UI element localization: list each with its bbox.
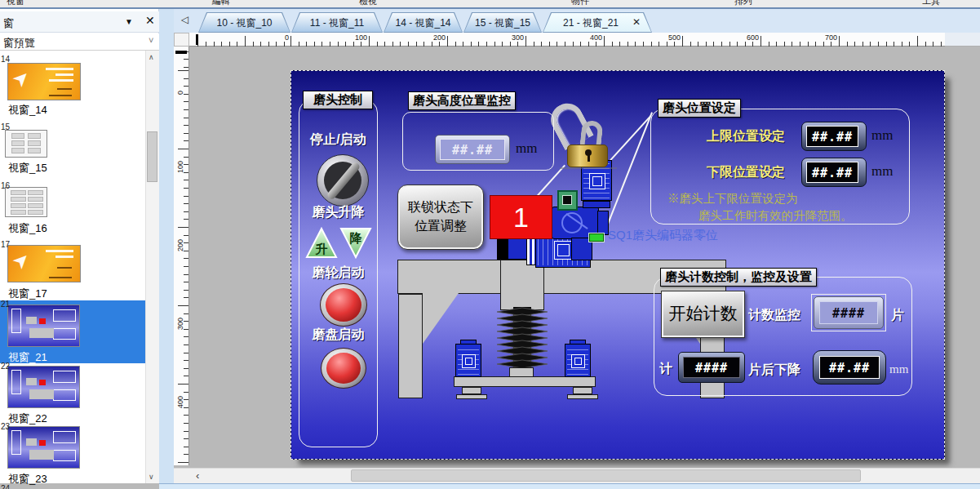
count-set-value: ####	[683, 357, 740, 378]
lower-limit-value: ##.##	[806, 162, 858, 183]
window-item-label[interactable]: 視窗_16	[8, 221, 47, 236]
window-item-label[interactable]: 視窗_15	[8, 161, 47, 176]
setting-note-line2: 磨头工作时有效的升降范围。	[698, 208, 853, 224]
machine-left-leg	[398, 294, 423, 398]
wheel-start-button[interactable]	[320, 283, 367, 327]
panel-title: 磨头位置设定	[658, 99, 741, 118]
panel-splitter[interactable]	[159, 9, 174, 483]
scroll-down-icon[interactable]: ∨	[149, 473, 154, 481]
sidebar-scrollbar-thumb[interactable]	[147, 131, 157, 182]
window-item-label[interactable]: 視窗_22	[8, 411, 47, 426]
alarm-number-box[interactable]: 1	[490, 195, 552, 239]
window-item-label[interactable]: 視窗_14	[8, 103, 47, 118]
window-thumbnail-15[interactable]	[5, 130, 47, 158]
tab-window-11[interactable]: 11 - 視窗_11	[291, 12, 383, 33]
tab-window-14[interactable]: 14 - 視窗_14	[384, 12, 463, 33]
arrow-graphic: ➤	[7, 247, 35, 274]
interlock-line2: 位置调整	[398, 216, 483, 235]
window-thumbnail-22[interactable]	[7, 366, 80, 408]
encoder-zero-label: SQ1磨头编码器零位	[608, 228, 718, 243]
ribbon-fragment: 編輯	[212, 0, 230, 7]
tab-label: 14 - 視窗_14	[384, 16, 463, 30]
sidebar-scrollbar[interactable]	[145, 51, 159, 483]
ruler-label: 300	[491, 33, 524, 42]
start-count-button[interactable]: 开始计数	[661, 291, 745, 338]
height-display-bezel[interactable]: ##.##	[435, 135, 510, 164]
ruler-corner	[174, 33, 189, 47]
panel-title: 磨头高度位置监控	[408, 91, 516, 110]
lower-button[interactable]: 降	[339, 226, 372, 260]
thumb-text-line	[55, 73, 73, 76]
panel-title: 磨头计数控制，监控及设置	[660, 268, 817, 287]
padlock-body	[567, 144, 608, 167]
count-set-display-bezel[interactable]: ####	[678, 352, 745, 383]
encoder-connector-box	[557, 190, 578, 211]
arrow-graphic: ➤	[7, 64, 35, 92]
lower-limit-display-bezel[interactable]: ##.##	[801, 158, 867, 187]
lower-limit-label: 下限位置设定	[707, 164, 785, 181]
ribbon-fragment: 排列	[734, 0, 752, 7]
ribbon-fragment: 檢視	[359, 0, 377, 7]
window-thumbnail-23[interactable]	[7, 426, 80, 469]
small-motor-cap	[570, 340, 586, 345]
interlock-adjust-button[interactable]: 联锁状态下 位置调整	[397, 184, 484, 250]
horizontal-scrollbar-thumb[interactable]	[351, 469, 861, 482]
after-count-value: ##.##	[819, 356, 880, 379]
after-count-label: 片后下降	[748, 362, 800, 379]
tab-scroll-left-icon[interactable]: ◁	[181, 14, 188, 25]
ruler-label: 100	[335, 33, 367, 42]
item-id: 14	[1, 55, 10, 64]
preview-header-dropdown[interactable]: 窗預覽 ˅	[0, 33, 159, 51]
window-thumbnail-16[interactable]	[5, 187, 47, 217]
tab-label: 21 - 視窗_21	[536, 16, 645, 30]
wheel-start-label: 磨轮启动	[299, 265, 378, 282]
disc-start-button[interactable]	[321, 348, 366, 389]
window-item-label[interactable]: 視窗_23	[8, 472, 47, 487]
machine-mount-block	[497, 237, 508, 260]
scroll-up-icon[interactable]: ∧	[149, 53, 154, 61]
setting-note-line1: ※磨头上下限位置设定为	[667, 191, 798, 207]
window-bottom-edge	[159, 483, 980, 489]
padlock-shadow	[560, 167, 617, 169]
stop-start-label: 停止/启动	[299, 131, 378, 149]
raise-button-label: 升	[315, 242, 328, 256]
ribbon-group-strip: 視窗 編輯 檢視 物件 排列 工具	[0, 0, 980, 7]
scroll-left-icon[interactable]: ‹	[196, 469, 199, 482]
sidebar-close-icon[interactable]: ✕	[145, 14, 155, 27]
ruler-label: 600	[726, 33, 759, 42]
tab-window-21-active[interactable]: 21 - 視窗_21 ✕	[543, 12, 652, 33]
window-item-label[interactable]: 視窗_17	[8, 287, 47, 301]
small-motor-right	[565, 344, 591, 377]
ruler-label: 0	[256, 33, 289, 42]
item-id: 23	[1, 422, 10, 431]
stop-start-knob[interactable]	[317, 154, 369, 207]
after-count-display-bezel[interactable]: ##.##	[813, 350, 886, 385]
upper-limit-label: 上限位置设定	[707, 128, 785, 145]
machine-base-plate	[454, 376, 596, 387]
tab-window-15[interactable]: 15 - 視窗_15	[463, 12, 542, 33]
ruler-label: 200	[176, 227, 184, 251]
thumb-text-line	[46, 68, 73, 70]
upper-limit-display-bezel[interactable]: ##.##	[801, 122, 867, 151]
tab-label: 10 - 視窗_10	[198, 16, 290, 30]
machine-foot	[573, 387, 592, 394]
ruler-label: 300	[176, 305, 184, 330]
ribbon-fragment: 工具	[922, 0, 940, 7]
tab-label: 15 - 視窗_15	[463, 16, 542, 30]
interlock-line1: 联锁状态下	[398, 198, 483, 216]
tab-close-icon[interactable]: ✕	[632, 16, 641, 28]
ruler-label: 0	[176, 70, 184, 95]
window-thumbnail-21[interactable]	[7, 305, 80, 347]
sidebar-titlebar: 窗 ▼ ✕	[0, 11, 159, 33]
raise-button[interactable]: 升	[305, 226, 338, 260]
window-item-label[interactable]: 視窗_21	[8, 350, 47, 365]
window-thumbnail-14[interactable]: ➤	[7, 63, 81, 100]
sidebar-collapse-icon[interactable]: ▼	[125, 17, 133, 26]
chevron-down-icon: ˅	[149, 35, 153, 45]
window-thumbnail-17[interactable]: ➤	[7, 245, 81, 282]
ribbon-fragment: 物件	[571, 0, 589, 7]
small-motor-cap	[460, 340, 477, 345]
lower-unit-label: mm	[871, 163, 893, 180]
tab-window-10[interactable]: 10 - 視窗_10	[198, 12, 290, 33]
machine-foot-pad	[456, 394, 487, 399]
